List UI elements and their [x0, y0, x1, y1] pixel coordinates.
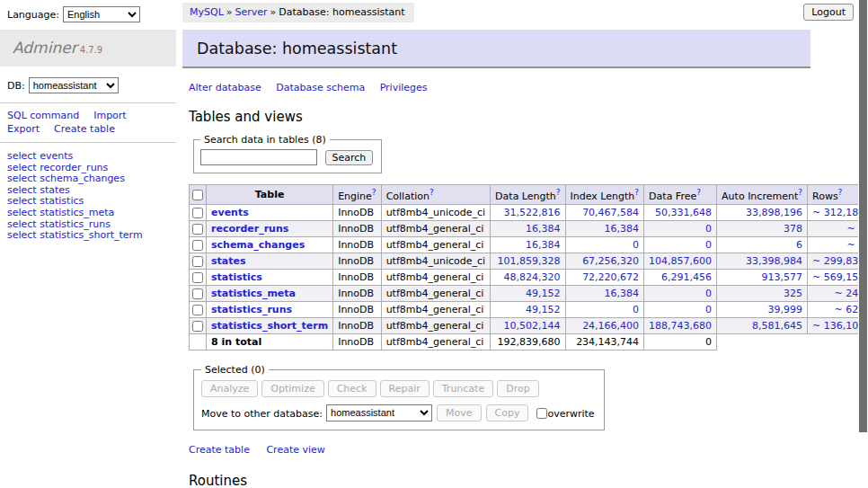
- sidebar-select-link[interactable]: select events: [7, 151, 176, 163]
- truncate-button[interactable]: Truncate: [433, 380, 493, 397]
- data-length-link[interactable]: 49,152: [526, 288, 561, 299]
- table-name-link[interactable]: statistics_runs: [211, 304, 292, 315]
- db-select[interactable]: homeassistant: [29, 77, 119, 93]
- index-length-link[interactable]: 72,220,672: [582, 271, 639, 283]
- sidebar-link-import[interactable]: Import: [93, 110, 127, 121]
- index-length-link[interactable]: 70,467,584: [582, 207, 639, 218]
- optimize-button[interactable]: Optimize: [261, 380, 323, 397]
- move-button[interactable]: Move: [437, 404, 482, 421]
- search-input[interactable]: [200, 149, 317, 165]
- auto-increment-link[interactable]: 33,898,196: [746, 207, 802, 218]
- alter-database-link[interactable]: Alter database: [189, 82, 261, 93]
- table-name-cell: statistics: [207, 269, 333, 285]
- auto-increment-link[interactable]: 8,581,645: [752, 320, 802, 332]
- search-button[interactable]: Search: [325, 150, 374, 165]
- repair-button[interactable]: Repair: [380, 380, 430, 397]
- app-name-link[interactable]: Adminer: [13, 39, 77, 57]
- data-free-link[interactable]: 0: [705, 223, 712, 235]
- create-view-link[interactable]: Create view: [266, 444, 324, 456]
- row-checkbox[interactable]: [192, 288, 203, 299]
- app-version: 4.7.9: [80, 45, 102, 55]
- data-length-cell: 48,824,320: [491, 269, 565, 285]
- table-name-link[interactable]: recorder_runs: [211, 223, 288, 235]
- index-length-link[interactable]: 24,166,400: [582, 320, 639, 332]
- data-free-link[interactable]: 188,743,680: [649, 320, 712, 332]
- create-links: Create table Create view: [189, 444, 822, 456]
- analyze-button[interactable]: Analyze: [201, 380, 258, 397]
- row-checkbox[interactable]: [192, 321, 203, 332]
- row-check-cell: [190, 285, 207, 301]
- data-free-link[interactable]: 0: [705, 239, 712, 251]
- data-length-link[interactable]: 31,522,816: [504, 207, 561, 218]
- auto-increment-link[interactable]: 378: [784, 223, 802, 235]
- data-free-link[interactable]: 6,291,456: [661, 271, 712, 283]
- data-length-link[interactable]: 48,824,320: [504, 271, 561, 283]
- rows-count-link[interactable]: ~ 569,159: [812, 271, 864, 283]
- index-length-link[interactable]: 0: [633, 239, 639, 251]
- rows-count-link[interactable]: ~ 312,180: [812, 207, 864, 218]
- auto-increment-link[interactable]: 913,577: [762, 271, 803, 283]
- row-checkbox[interactable]: [192, 256, 203, 267]
- privileges-link[interactable]: Privileges: [380, 82, 428, 93]
- column-help-link[interactable]: ?: [838, 188, 843, 197]
- table-name-link[interactable]: states: [211, 255, 246, 267]
- table-name-link[interactable]: statistics: [211, 271, 262, 283]
- sidebar-link-create-table[interactable]: Create table: [54, 123, 115, 135]
- data-length-link[interactable]: 16,384: [526, 223, 561, 235]
- data-free-link[interactable]: 0: [705, 288, 712, 299]
- row-checkbox[interactable]: [192, 272, 203, 283]
- sidebar-select-link[interactable]: select schema_changes: [7, 173, 176, 185]
- sidebar-select-link[interactable]: select statistics_meta: [7, 208, 176, 219]
- move-database-select[interactable]: homeassistant: [326, 404, 432, 421]
- table-name-link[interactable]: schema_changes: [211, 239, 305, 251]
- drop-button[interactable]: Drop: [497, 380, 538, 397]
- auto-increment-link[interactable]: 33,398,984: [746, 255, 802, 267]
- data-free-link[interactable]: 0: [705, 304, 712, 315]
- sidebar-link-export[interactable]: Export: [7, 123, 40, 135]
- data-length-link[interactable]: 49,152: [526, 304, 561, 315]
- column-help-link[interactable]: ?: [696, 188, 701, 197]
- rows-count-link[interactable]: ~ 136,108: [812, 320, 864, 332]
- data-free-link[interactable]: 50,331,648: [655, 207, 712, 218]
- column-help-link[interactable]: ?: [798, 188, 802, 197]
- column-help-link[interactable]: ?: [556, 188, 561, 197]
- create-table-link[interactable]: Create table: [189, 444, 250, 456]
- data-free-link[interactable]: 104,857,600: [649, 255, 712, 267]
- search-legend: Search data in tables (8): [200, 134, 330, 146]
- overwrite-checkbox[interactable]: [536, 408, 547, 419]
- auto-increment-link[interactable]: 325: [784, 288, 802, 299]
- index-length-link[interactable]: 67,256,320: [582, 255, 639, 267]
- breadcrumb-server-link[interactable]: Server: [235, 6, 268, 18]
- check-button[interactable]: Check: [328, 380, 376, 397]
- table-name-link[interactable]: statistics_meta: [211, 288, 296, 299]
- data-length-link[interactable]: 16,384: [526, 239, 561, 251]
- index-length-link[interactable]: 16,384: [605, 223, 640, 235]
- data-length-link[interactable]: 10,502,144: [504, 320, 561, 332]
- data-length-link[interactable]: 101,859,328: [498, 255, 561, 267]
- auto-increment-link[interactable]: 39,999: [768, 304, 803, 315]
- rows-count-link[interactable]: ~ 299,833: [812, 255, 864, 267]
- row-checkbox[interactable]: [192, 305, 203, 315]
- table-name-link[interactable]: events: [211, 207, 249, 218]
- column-help: ?: [798, 187, 802, 197]
- scrollbar-thumb[interactable]: [859, 0, 867, 432]
- sidebar-select-link[interactable]: select statistics_short_term: [7, 230, 176, 242]
- column-help-link[interactable]: ?: [372, 188, 376, 197]
- logout-button[interactable]: Logout: [803, 4, 854, 21]
- row-checkbox[interactable]: [192, 240, 203, 251]
- select-all-checkbox[interactable]: [192, 190, 203, 200]
- copy-button[interactable]: Copy: [486, 404, 529, 421]
- index-length-link[interactable]: 0: [633, 304, 639, 315]
- database-schema-link[interactable]: Database schema: [276, 82, 365, 93]
- row-checkbox[interactable]: [192, 224, 203, 235]
- row-checkbox[interactable]: [192, 208, 203, 218]
- vertical-scrollbar[interactable]: [858, 0, 868, 488]
- table-name-link[interactable]: statistics_short_term: [211, 320, 328, 332]
- sidebar-link-sql-command[interactable]: SQL command: [7, 110, 79, 121]
- index-length-link[interactable]: 16,384: [605, 288, 640, 299]
- language-select[interactable]: English: [63, 6, 140, 22]
- breadcrumb-mysql-link[interactable]: MySQL: [190, 6, 224, 18]
- auto-increment-link[interactable]: 6: [796, 239, 802, 251]
- column-help-link[interactable]: ?: [430, 188, 434, 197]
- column-help-link[interactable]: ?: [634, 188, 639, 197]
